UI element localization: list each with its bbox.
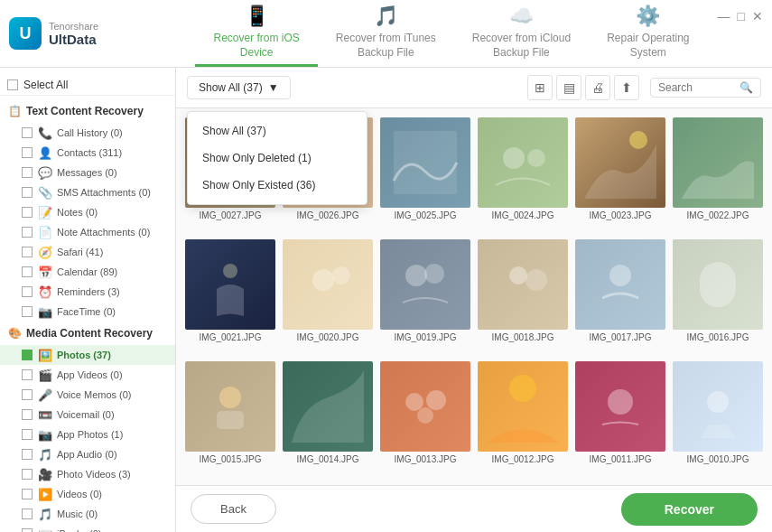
ios-tab-label: Recover from iOS Device (213, 32, 299, 60)
photo-item-IMG_0024[interactable]: IMG_0024.JPG (478, 117, 568, 232)
show-all-button[interactable]: Show All (37) ▼ (187, 76, 291, 99)
photo-videos-checkbox[interactable] (22, 469, 33, 480)
dropdown-item-show-deleted[interactable]: Show Only Deleted (1) (188, 145, 367, 172)
sidebar-item-app-audio[interactable]: 🎵 App Audio (0) (0, 444, 175, 464)
photo-item-IMG_0014[interactable]: IMG_0014.JPG (283, 361, 373, 476)
notes-checkbox[interactable] (22, 207, 33, 218)
note-attachments-checkbox[interactable] (22, 227, 33, 238)
ibooks-checkbox[interactable] (22, 528, 33, 532)
photo-item-IMG_0023[interactable]: IMG_0023.JPG (575, 117, 665, 232)
app-photos-icon: 📷 (38, 427, 52, 442)
contacts-checkbox[interactable] (22, 147, 33, 158)
search-box[interactable]: 🔍 (650, 78, 761, 98)
minimize-button[interactable]: — (718, 9, 730, 23)
sidebar-item-ibooks[interactable]: 📖 iBooks (0) (0, 524, 175, 532)
sidebar-item-sms-attachments[interactable]: 📎 SMS Attachments (0) (0, 182, 175, 202)
sidebar-item-app-photos[interactable]: 📷 App Photos (1) (0, 425, 175, 444)
photo-item-IMG_0020[interactable]: IMG_0020.JPG (283, 239, 373, 354)
IMG_0016-thumbnail (673, 239, 763, 330)
photo-item-IMG_0015[interactable]: IMG_0015.JPG (185, 361, 275, 476)
search-icon: 🔍 (739, 81, 753, 94)
search-input[interactable] (658, 81, 739, 94)
IMG_0024-label: IMG_0024.JPG (492, 210, 554, 220)
sidebar-item-call-history[interactable]: 📞 Call History (0) (0, 123, 175, 143)
sidebar-item-music[interactable]: 🎵 Music (0) (0, 504, 175, 524)
sidebar-item-photo-videos[interactable]: 🎥 Photo Videos (3) (0, 464, 175, 484)
voicemail-checkbox[interactable] (22, 409, 33, 420)
safari-checkbox[interactable] (22, 247, 33, 257)
sidebar-item-facetime[interactable]: 📷 FaceTime (0) (0, 302, 175, 322)
photo-item-IMG_0022[interactable]: IMG_0022.JPG (673, 117, 763, 232)
sidebar-item-note-attachments[interactable]: 📄 Note Attachments (0) (0, 222, 175, 242)
svg-point-11 (405, 265, 427, 286)
back-button[interactable]: Back (191, 494, 276, 524)
grid-view-button[interactable]: ⊞ (527, 75, 553, 100)
photo-item-IMG_0017[interactable]: IMG_0017.JPG (575, 239, 665, 354)
export-button[interactable]: ⬆ (614, 75, 639, 100)
facetime-label: FaceTime (0) (57, 306, 168, 317)
IMG_0012-thumb-inner (478, 361, 568, 452)
print-button[interactable]: 🖨 (585, 75, 610, 100)
call-history-checkbox[interactable] (22, 127, 33, 138)
photo-item-IMG_0021[interactable]: IMG_0021.JPG (185, 239, 275, 354)
sidebar-item-messages[interactable]: 💬 Messages (0) (0, 163, 175, 182)
music-checkbox[interactable] (22, 509, 33, 519)
sidebar-section-text-content[interactable]: 📋 Text Content Recovery (0, 99, 175, 123)
dropdown-item-show-existed[interactable]: Show Only Existed (36) (188, 172, 367, 199)
select-all-checkbox[interactable] (7, 79, 18, 90)
svg-point-17 (219, 387, 241, 408)
ibooks-icon: 📖 (38, 527, 52, 532)
sidebar-item-app-videos[interactable]: 🎬 App Videos (0) (0, 365, 175, 385)
nav-tab-itunes[interactable]: 🎵 Recover from iTunes Backup File (318, 0, 454, 67)
sidebar-item-voice-memos[interactable]: 🎤 Voice Memos (0) (0, 385, 175, 405)
media-content-section-icon: 🎨 (7, 326, 22, 341)
sidebar-item-calendar[interactable]: 📅 Calendar (89) (0, 262, 175, 282)
messages-checkbox[interactable] (22, 167, 33, 178)
videos-checkbox[interactable] (22, 489, 33, 499)
voice-memos-checkbox[interactable] (22, 389, 33, 400)
calendar-checkbox[interactable] (22, 266, 33, 277)
photo-item-IMG_0010[interactable]: IMG_0010.JPG (673, 361, 763, 476)
photo-item-IMG_0018[interactable]: IMG_0018.JPG (478, 239, 568, 354)
list-view-button[interactable]: ▤ (556, 75, 581, 100)
dropdown-item-show-all[interactable]: Show All (37) (188, 117, 367, 145)
sidebar-item-photos[interactable]: 🖼️ Photos (37) (0, 345, 175, 365)
call-history-icon: 📞 (38, 126, 52, 140)
select-all-row[interactable]: Select All (0, 75, 175, 96)
app-videos-checkbox[interactable] (22, 369, 33, 380)
recover-button[interactable]: Recover (621, 493, 758, 526)
sidebar-item-reminders[interactable]: ⏰ Reminders (3) (0, 282, 175, 302)
photos-checkbox[interactable] (22, 350, 33, 360)
nav-tab-icloud[interactable]: ☁️ Recover from iCloud Backup File (454, 0, 589, 67)
app-videos-label: App Videos (0) (57, 369, 168, 380)
IMG_0018-thumbnail (478, 239, 568, 330)
photo-item-IMG_0013[interactable]: IMG_0013.JPG (380, 361, 470, 476)
photo-item-IMG_0025[interactable]: IMG_0025.JPG (380, 117, 470, 232)
app-photos-checkbox[interactable] (22, 429, 33, 440)
sidebar-item-notes[interactable]: 📝 Notes (0) (0, 202, 175, 222)
photo-item-IMG_0019[interactable]: IMG_0019.JPG (380, 239, 470, 354)
sidebar-item-voicemail[interactable]: 📼 Voicemail (0) (0, 405, 175, 425)
top-bar: U Tenorshare UltData 📱 Recover from iOS … (0, 0, 772, 68)
IMG_0015-thumbnail (185, 361, 275, 452)
nav-tab-repair[interactable]: ⚙️ Repair Operating System (589, 0, 707, 67)
IMG_0013-label: IMG_0013.JPG (395, 454, 457, 464)
sidebar-item-contacts[interactable]: 👤 Contacts (311) (0, 143, 175, 163)
sms-attachments-checkbox[interactable] (22, 187, 33, 198)
svg-point-13 (509, 266, 527, 285)
ibooks-label: iBooks (0) (57, 528, 168, 532)
reminders-checkbox[interactable] (22, 286, 33, 297)
facetime-checkbox[interactable] (22, 306, 33, 317)
sidebar-item-safari[interactable]: 🧭 Safari (41) (0, 242, 175, 262)
photo-item-IMG_0016[interactable]: IMG_0016.JPG (673, 239, 763, 354)
close-button[interactable]: ✕ (752, 9, 763, 23)
maximize-button[interactable]: □ (738, 9, 745, 23)
photo-item-IMG_0012[interactable]: IMG_0012.JPG (478, 361, 568, 476)
app-audio-checkbox[interactable] (22, 449, 33, 460)
svg-point-24 (707, 391, 729, 413)
nav-tab-ios[interactable]: 📱 Recover from iOS Device (195, 0, 317, 67)
voicemail-icon: 📼 (38, 407, 52, 422)
sidebar-item-videos[interactable]: ▶️ Videos (0) (0, 484, 175, 504)
photo-item-IMG_0011[interactable]: IMG_0011.JPG (575, 361, 665, 476)
sidebar-section-media-content[interactable]: 🎨 Media Content Recovery (0, 322, 175, 345)
